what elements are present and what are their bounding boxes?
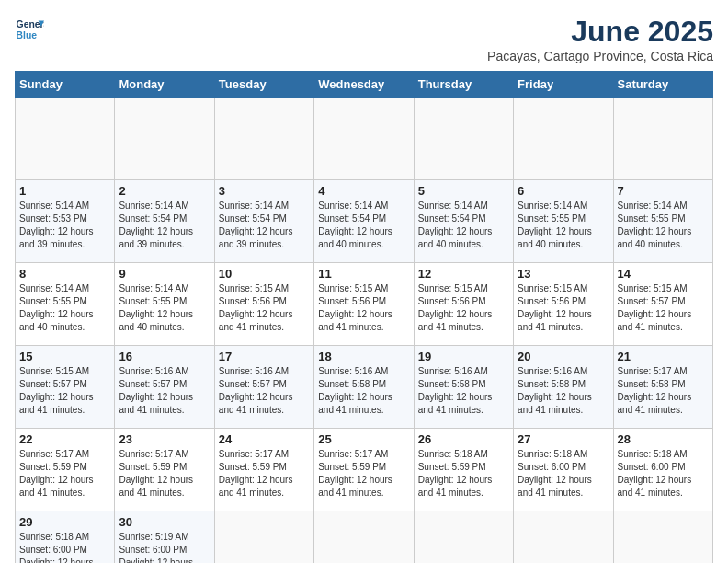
cell-content: Sunrise: 5:16 AM Sunset: 5:57 PM Dayligh… bbox=[219, 365, 310, 417]
day-number: 13 bbox=[518, 267, 609, 281]
calendar-cell: 17Sunrise: 5:16 AM Sunset: 5:57 PM Dayli… bbox=[214, 346, 313, 429]
col-header-tuesday: Tuesday bbox=[214, 72, 313, 98]
day-number: 1 bbox=[19, 184, 110, 198]
logo-icon: General Blue bbox=[15, 15, 44, 44]
cell-content: Sunrise: 5:14 AM Sunset: 5:54 PM Dayligh… bbox=[219, 200, 310, 251]
calendar-cell: 30Sunrise: 5:19 AM Sunset: 6:00 PM Dayli… bbox=[115, 511, 214, 564]
col-header-monday: Monday bbox=[115, 72, 214, 98]
day-number: 5 bbox=[418, 184, 509, 198]
calendar-cell: 24Sunrise: 5:17 AM Sunset: 5:59 PM Dayli… bbox=[214, 429, 313, 511]
day-number: 17 bbox=[219, 350, 310, 363]
calendar-cell: 27Sunrise: 5:18 AM Sunset: 6:00 PM Dayli… bbox=[514, 429, 613, 511]
calendar-cell: 6Sunrise: 5:14 AM Sunset: 5:55 PM Daylig… bbox=[514, 180, 613, 263]
calendar-cell: 2Sunrise: 5:14 AM Sunset: 5:54 PM Daylig… bbox=[115, 180, 214, 263]
cell-content: Sunrise: 5:14 AM Sunset: 5:54 PM Dayligh… bbox=[418, 200, 509, 251]
calendar-week-4: 22Sunrise: 5:17 AM Sunset: 5:59 PM Dayli… bbox=[16, 429, 713, 511]
day-number: 10 bbox=[219, 267, 310, 281]
day-number: 27 bbox=[518, 432, 609, 446]
cell-content: Sunrise: 5:15 AM Sunset: 5:57 PM Dayligh… bbox=[19, 365, 110, 417]
calendar-cell: 3Sunrise: 5:14 AM Sunset: 5:54 PM Daylig… bbox=[214, 180, 313, 263]
cell-content: Sunrise: 5:18 AM Sunset: 6:00 PM Dayligh… bbox=[19, 531, 110, 563]
cell-content: Sunrise: 5:14 AM Sunset: 5:54 PM Dayligh… bbox=[318, 200, 409, 251]
col-header-sunday: Sunday bbox=[16, 72, 115, 98]
day-number: 14 bbox=[618, 267, 709, 281]
calendar-cell: 23Sunrise: 5:17 AM Sunset: 5:59 PM Dayli… bbox=[115, 429, 214, 511]
day-number: 4 bbox=[318, 184, 409, 198]
page-header: General Blue June 2025 Pacayas, Cartago … bbox=[15, 15, 713, 63]
cell-content: Sunrise: 5:19 AM Sunset: 6:00 PM Dayligh… bbox=[119, 531, 210, 563]
calendar-cell bbox=[214, 98, 313, 180]
day-number: 15 bbox=[19, 350, 110, 363]
cell-content: Sunrise: 5:15 AM Sunset: 5:56 PM Dayligh… bbox=[418, 282, 509, 334]
day-number: 18 bbox=[318, 350, 409, 363]
cell-content: Sunrise: 5:16 AM Sunset: 5:58 PM Dayligh… bbox=[418, 365, 509, 417]
day-number: 23 bbox=[119, 432, 210, 446]
calendar-cell bbox=[514, 98, 613, 180]
calendar-cell: 7Sunrise: 5:14 AM Sunset: 5:55 PM Daylig… bbox=[613, 180, 712, 263]
calendar-cell: 16Sunrise: 5:16 AM Sunset: 5:57 PM Dayli… bbox=[115, 346, 214, 429]
calendar-cell: 21Sunrise: 5:17 AM Sunset: 5:58 PM Dayli… bbox=[613, 346, 712, 429]
calendar-cell: 12Sunrise: 5:15 AM Sunset: 5:56 PM Dayli… bbox=[414, 263, 513, 346]
day-number: 3 bbox=[219, 184, 310, 198]
col-header-wednesday: Wednesday bbox=[314, 72, 414, 98]
calendar-cell: 10Sunrise: 5:15 AM Sunset: 5:56 PM Dayli… bbox=[214, 263, 313, 346]
calendar-cell: 9Sunrise: 5:14 AM Sunset: 5:55 PM Daylig… bbox=[115, 263, 214, 346]
calendar-cell: 13Sunrise: 5:15 AM Sunset: 5:56 PM Dayli… bbox=[514, 263, 613, 346]
day-number: 16 bbox=[119, 350, 210, 363]
calendar-cell bbox=[16, 98, 115, 180]
cell-content: Sunrise: 5:17 AM Sunset: 5:59 PM Dayligh… bbox=[318, 448, 409, 500]
day-number: 6 bbox=[518, 184, 609, 198]
day-number: 9 bbox=[119, 267, 210, 281]
day-number: 25 bbox=[318, 432, 409, 446]
calendar-cell: 19Sunrise: 5:16 AM Sunset: 5:58 PM Dayli… bbox=[414, 346, 513, 429]
cell-content: Sunrise: 5:18 AM Sunset: 5:59 PM Dayligh… bbox=[418, 448, 509, 500]
calendar-cell: 14Sunrise: 5:15 AM Sunset: 5:57 PM Dayli… bbox=[613, 263, 712, 346]
day-number: 28 bbox=[618, 432, 709, 446]
cell-content: Sunrise: 5:15 AM Sunset: 5:56 PM Dayligh… bbox=[318, 282, 409, 334]
calendar-week-2: 8Sunrise: 5:14 AM Sunset: 5:55 PM Daylig… bbox=[16, 263, 713, 346]
calendar-cell: 1Sunrise: 5:14 AM Sunset: 5:53 PM Daylig… bbox=[16, 180, 115, 263]
calendar-cell bbox=[115, 98, 214, 180]
cell-content: Sunrise: 5:14 AM Sunset: 5:54 PM Dayligh… bbox=[119, 200, 210, 251]
header-row: SundayMondayTuesdayWednesdayThursdayFrid… bbox=[16, 72, 713, 98]
calendar-cell bbox=[414, 98, 513, 180]
day-number: 7 bbox=[618, 184, 709, 198]
cell-content: Sunrise: 5:17 AM Sunset: 5:59 PM Dayligh… bbox=[219, 448, 310, 500]
cell-content: Sunrise: 5:15 AM Sunset: 5:57 PM Dayligh… bbox=[618, 282, 709, 334]
calendar-cell bbox=[414, 511, 513, 564]
calendar-cell: 25Sunrise: 5:17 AM Sunset: 5:59 PM Dayli… bbox=[314, 429, 414, 511]
day-number: 29 bbox=[19, 515, 110, 529]
cell-content: Sunrise: 5:14 AM Sunset: 5:53 PM Dayligh… bbox=[19, 200, 110, 251]
calendar-cell: 11Sunrise: 5:15 AM Sunset: 5:56 PM Dayli… bbox=[314, 263, 414, 346]
day-number: 26 bbox=[418, 432, 509, 446]
cell-content: Sunrise: 5:15 AM Sunset: 5:56 PM Dayligh… bbox=[219, 282, 310, 334]
day-number: 20 bbox=[518, 350, 609, 363]
logo: General Blue bbox=[15, 15, 44, 44]
cell-content: Sunrise: 5:17 AM Sunset: 5:58 PM Dayligh… bbox=[618, 365, 709, 417]
calendar-cell: 22Sunrise: 5:17 AM Sunset: 5:59 PM Dayli… bbox=[16, 429, 115, 511]
calendar-cell bbox=[214, 511, 313, 564]
location: Pacayas, Cartago Province, Costa Rica bbox=[487, 49, 713, 63]
day-number: 2 bbox=[119, 184, 210, 198]
calendar-cell: 4Sunrise: 5:14 AM Sunset: 5:54 PM Daylig… bbox=[314, 180, 414, 263]
cell-content: Sunrise: 5:17 AM Sunset: 5:59 PM Dayligh… bbox=[119, 448, 210, 500]
day-number: 24 bbox=[219, 432, 310, 446]
cell-content: Sunrise: 5:15 AM Sunset: 5:56 PM Dayligh… bbox=[518, 282, 609, 334]
day-number: 30 bbox=[119, 515, 210, 529]
day-number: 12 bbox=[418, 267, 509, 281]
col-header-friday: Friday bbox=[514, 72, 613, 98]
calendar-cell: 18Sunrise: 5:16 AM Sunset: 5:58 PM Dayli… bbox=[314, 346, 414, 429]
cell-content: Sunrise: 5:16 AM Sunset: 5:57 PM Dayligh… bbox=[119, 365, 210, 417]
day-number: 11 bbox=[318, 267, 409, 281]
calendar-cell bbox=[613, 98, 712, 180]
cell-content: Sunrise: 5:16 AM Sunset: 5:58 PM Dayligh… bbox=[518, 365, 609, 417]
day-number: 22 bbox=[19, 432, 110, 446]
cell-content: Sunrise: 5:17 AM Sunset: 5:59 PM Dayligh… bbox=[19, 448, 110, 500]
calendar-cell: 5Sunrise: 5:14 AM Sunset: 5:54 PM Daylig… bbox=[414, 180, 513, 263]
cell-content: Sunrise: 5:14 AM Sunset: 5:55 PM Dayligh… bbox=[618, 200, 709, 251]
calendar-cell bbox=[314, 511, 414, 564]
calendar-cell: 26Sunrise: 5:18 AM Sunset: 5:59 PM Dayli… bbox=[414, 429, 513, 511]
day-number: 21 bbox=[618, 350, 709, 363]
month-title: June 2025 bbox=[487, 15, 713, 49]
calendar-cell bbox=[613, 511, 712, 564]
